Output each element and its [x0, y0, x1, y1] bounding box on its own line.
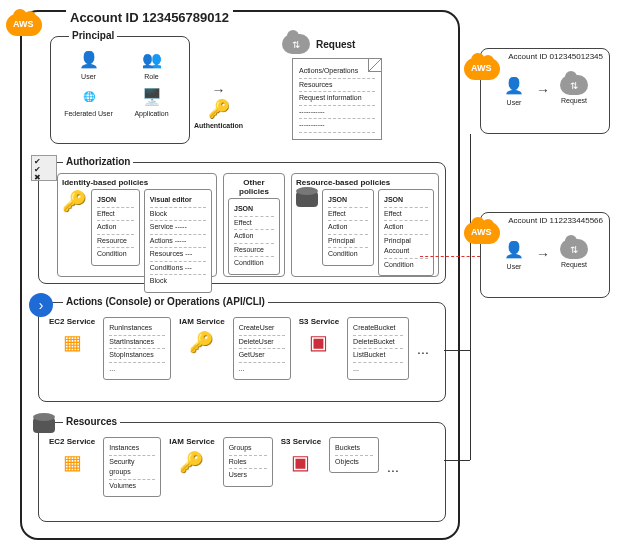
ec2-icon: ▦ — [63, 450, 82, 474]
request-cloud-icon: ⇅ — [282, 34, 310, 54]
key-icon: 🔑 — [179, 450, 204, 474]
arrow-icon: → — [536, 82, 550, 98]
more-dots: ... — [387, 459, 399, 475]
ext2-request: ⇅Request — [560, 239, 588, 268]
role-icon: 👥 — [140, 47, 164, 71]
request-section: ⇅ Request Actions/Operations Resources R… — [272, 34, 382, 140]
other-json: JSON Effect Action Resource Condition — [228, 198, 280, 275]
more-dots: ... — [417, 341, 429, 357]
connector-line — [470, 350, 471, 460]
user-icon: 👤 — [502, 237, 526, 261]
ext1-user: 👤User — [502, 73, 526, 106]
federated-icon: 🌐 — [77, 84, 101, 108]
identity-policies-box: Identity-based policies 🔑 JSON Effect Ac… — [57, 173, 217, 277]
principal-section: Principal 👤User 👥Role 🌐Federated User 🖥️… — [50, 36, 190, 144]
s3-icon: ▣ — [291, 450, 310, 474]
authentication-label: Authentication — [194, 122, 243, 129]
s3-resource: S3 Service▣ — [281, 437, 321, 474]
ec2-resource: EC2 Service▦ — [49, 437, 95, 474]
aws-cloud-icon: AWS — [6, 14, 42, 36]
checklist-icon: ✔✔✖ — [31, 155, 57, 181]
aws-cloud-icon: AWS — [464, 222, 500, 244]
database-icon — [33, 415, 55, 433]
actions-section: › Actions (Console) or Operations (API/C… — [38, 302, 446, 402]
identity-json: JSON Effect Action Resource Condition — [91, 189, 140, 266]
application-icon: 🖥️ — [140, 84, 164, 108]
principal-federated: 🌐Federated User — [59, 84, 118, 117]
s3-service: S3 Service▣ — [299, 317, 339, 354]
connector-line — [444, 350, 470, 351]
authorization-section: ✔✔✖ Authorization Identity-based policie… — [38, 162, 446, 284]
arrow-icon: → — [212, 82, 226, 98]
resource-policies-label: Resource-based policies — [296, 178, 434, 187]
key-icon: 🔑 — [208, 98, 230, 120]
other-policies-label: Other policies — [228, 178, 280, 196]
iam-ops: CreateUser DeleteUser GetUser ... — [233, 317, 291, 380]
ext2-user: 👤User — [502, 237, 526, 270]
key-icon: 🔑 — [189, 330, 214, 354]
principal-user: 👤User — [59, 47, 118, 80]
principal-application: 🖥️Application — [122, 84, 181, 117]
other-policies-box: Other policies JSON Effect Action Resour… — [223, 173, 285, 277]
request-cloud-icon: ⇅ — [560, 239, 588, 259]
resource-json2: JSON Effect Action Principal Account Con… — [378, 189, 434, 276]
resources-label: Resources — [63, 416, 120, 427]
ec2-service: EC2 Service▦ — [49, 317, 95, 354]
ext-account-1-title: Account ID 012345012345 — [508, 52, 603, 61]
aws-cloud-icon: AWS — [464, 58, 500, 80]
resources-section: Resources EC2 Service▦ Instances Securit… — [38, 422, 446, 522]
authorization-label: Authorization — [63, 156, 133, 167]
request-cloud-icon: ⇅ — [560, 75, 588, 95]
request-document: Actions/Operations Resources Request inf… — [292, 58, 382, 140]
identity-policies-label: Identity-based policies — [62, 178, 212, 187]
authentication-block: → 🔑 Authentication — [194, 82, 243, 129]
cross-account-connector — [420, 256, 480, 257]
s3-resources-list: Buckets Objects — [329, 437, 379, 473]
identity-visual: Visual editor Block Service ----- Action… — [144, 189, 212, 293]
principal-role: 👥Role — [122, 47, 181, 80]
request-label: Request — [316, 39, 355, 50]
database-icon — [296, 189, 318, 207]
iam-resource: IAM Service🔑 — [169, 437, 214, 474]
key-icon: 🔑 — [62, 189, 87, 213]
ext1-request: ⇅Request — [560, 75, 588, 104]
iam-service: IAM Service🔑 — [179, 317, 224, 354]
principal-label: Principal — [69, 30, 117, 41]
ec2-resources-list: Instances Security groups Volumes — [103, 437, 161, 497]
actions-label: Actions (Console) or Operations (API/CLI… — [63, 296, 268, 307]
user-icon: 👤 — [502, 73, 526, 97]
ext-account-2-title: Account ID 112233445566 — [508, 216, 603, 225]
chevron-right-icon: › — [29, 293, 53, 317]
arrow-icon: → — [536, 246, 550, 262]
ec2-ops: RunInstances StartInstances StopInstance… — [103, 317, 171, 380]
s3-ops: CreateBucket DeleteBucket ListBucket ... — [347, 317, 409, 380]
iam-resources-list: Groups Roles Users — [223, 437, 273, 487]
connector-line — [444, 460, 470, 461]
resource-json1: JSON Effect Action Principal Condition — [322, 189, 374, 266]
ec2-icon: ▦ — [63, 330, 82, 354]
resource-policies-box: Resource-based policies JSON Effect Acti… — [291, 173, 439, 277]
main-account-title: Account ID 123456789012 — [66, 10, 233, 25]
s3-icon: ▣ — [309, 330, 328, 354]
user-icon: 👤 — [77, 47, 101, 71]
main-account-container: Account ID 123456789012 Principal 👤User … — [20, 10, 460, 540]
